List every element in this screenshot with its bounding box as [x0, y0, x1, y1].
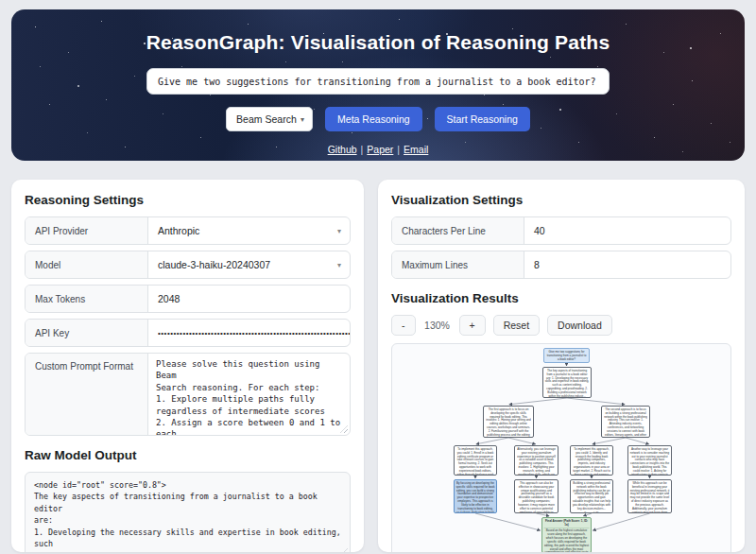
max-lines-row: Maximum Lines 8 [391, 251, 731, 279]
max-tokens-row: Max Tokens 2048 [25, 285, 351, 313]
chars-per-line-label: Characters Per Line [392, 217, 524, 244]
zoom-toolbar: - 130% + Reset Download [391, 315, 731, 336]
custom-prompt-textarea[interactable]: Please solve this question using Beam Se… [148, 354, 350, 435]
graph-canvas[interactable]: Give me two suggestions for transitionin… [391, 343, 731, 552]
graph-node-root: The key aspects of transitioning from a … [542, 367, 592, 398]
chars-per-line-row: Characters Per Line 40 [391, 216, 731, 245]
start-reasoning-button[interactable]: Start Reasoning [435, 107, 530, 131]
hero-controls: Beam Search ▾ Meta Reasoning Start Reaso… [11, 107, 745, 131]
question-input[interactable]: Give me two suggestions for transitionin… [146, 68, 610, 95]
graph-node-step-4: Another way to leverage your network is … [627, 445, 672, 476]
download-button[interactable]: Download [547, 315, 612, 336]
max-tokens-input[interactable]: 2048 [148, 286, 350, 312]
hero-links: Github|Paper|Email [11, 144, 745, 155]
model-row: Model claude-3-haiku-20240307 ▾ [25, 251, 351, 279]
model-label: Model [26, 251, 148, 278]
raw-output-title: Raw Model Output [25, 448, 351, 462]
chevron-down-icon: ▾ [337, 227, 341, 235]
visualization-card: Visualization Settings Characters Per Li… [378, 180, 745, 552]
chevron-down-icon: ▾ [301, 115, 304, 124]
api-key-input[interactable]: ••••••••••••••••••••••••••••••••••••••••… [148, 320, 351, 346]
paper-link[interactable]: Paper [367, 144, 393, 155]
graph-node-eval-2: This approach can also be effective in s… [514, 479, 558, 513]
custom-prompt-label: Custom Prompt Format [26, 354, 148, 435]
graph-node-eval-4: While this approach can be beneficial in… [627, 479, 672, 513]
chars-per-line-input[interactable]: 40 [524, 217, 730, 244]
graph-node-step-3: To implement this approach, you could: 1… [570, 445, 613, 476]
hero-banner: ReasonGraph: Visualisation of Reasoning … [11, 9, 745, 161]
reasoning-settings-card: Reasoning Settings API Provider Anthropi… [11, 180, 364, 552]
api-provider-row: API Provider Anthropic ▾ [25, 216, 351, 245]
graph-node-approach-1: The first approach is to focus on develo… [483, 406, 534, 438]
zoom-level: 130% [423, 320, 452, 331]
max-lines-input[interactable]: 8 [524, 251, 730, 278]
max-lines-label: Maximum Lines [392, 251, 524, 278]
masked-api-key: ••••••••••••••••••••••••••••••••••••••••… [158, 329, 351, 338]
zoom-out-button[interactable]: - [391, 315, 416, 336]
reasoning-settings-title: Reasoning Settings [25, 193, 351, 207]
visualization-settings-title: Visualization Settings [391, 193, 731, 207]
reasoning-method-select[interactable]: Beam Search ▾ [226, 107, 313, 131]
page-title: ReasonGraph: Visualisation of Reasoning … [11, 31, 745, 54]
graph-node-eval-1-selected: By focusing on developing the specific s… [454, 479, 497, 513]
meta-reasoning-button[interactable]: Meta Reasoning [325, 107, 421, 131]
email-link[interactable]: Email [404, 144, 428, 155]
graph-node-final-answer: Final Answer (Path Score: 1, ID: 1a)Base… [541, 517, 592, 552]
question-text: Give me two suggestions for transitionin… [158, 77, 596, 87]
raw-output-textarea[interactable]: <node id="root" score="0.8"> The key asp… [25, 472, 351, 552]
github-link[interactable]: Github [328, 144, 357, 155]
graph-node-approach-2: The second approach is to focus on build… [601, 406, 650, 438]
link-separator: | [397, 144, 400, 155]
max-tokens-label: Max Tokens [26, 286, 148, 312]
reset-button[interactable]: Reset [493, 315, 540, 336]
visualization-results-title: Visualization Results [391, 291, 731, 305]
api-provider-select[interactable]: Anthropic ▾ [148, 217, 350, 244]
custom-prompt-row: Custom Prompt Format Please solve this q… [25, 353, 351, 436]
api-key-label: API Key [26, 320, 148, 346]
graph-node-question: Give me two suggestions for transitionin… [543, 348, 590, 363]
model-select[interactable]: claude-3-haiku-20240307 ▾ [148, 251, 350, 278]
graph-node-step-1: To implement this approach, you could: 1… [454, 445, 497, 476]
link-separator: | [361, 144, 364, 155]
zoom-in-button[interactable]: + [459, 315, 486, 336]
api-key-row: API Key ••••••••••••••••••••••••••••••••… [25, 319, 351, 347]
chevron-down-icon: ▾ [337, 261, 341, 269]
graph-node-step-2: Alternatively, you can leverage your exi… [514, 445, 558, 476]
api-provider-label: API Provider [26, 217, 148, 244]
graph-node-eval-3: Building a strong professional network w… [570, 479, 613, 513]
